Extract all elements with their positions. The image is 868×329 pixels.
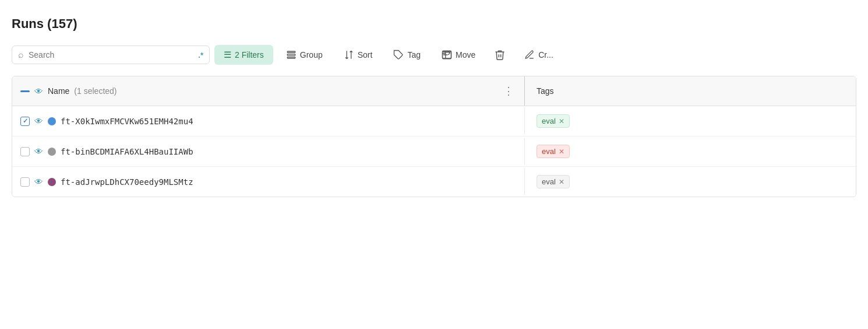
tag-remove-button[interactable]: ✕ (559, 148, 564, 156)
run-status-dot (48, 117, 56, 125)
search-box[interactable]: ⌕ .* (12, 46, 210, 64)
page-title: Runs (157) (12, 16, 856, 32)
sort-button[interactable]: Sort (336, 45, 381, 65)
svg-rect-2 (287, 57, 295, 58)
row-name-cell: 👁 ft-adJrwpLDhCX70eedy9MLSMtz (12, 169, 525, 195)
tag-icon (393, 50, 404, 60)
row-visibility-icon[interactable]: 👁 (34, 146, 43, 156)
row-tags-cell: eval ✕ (525, 106, 856, 136)
row-name-cell: 👁 ft-binBCDMIAFA6XL4HBauIIAWb (12, 138, 525, 164)
create-button[interactable]: Cr... (516, 45, 562, 65)
delete-button[interactable] (488, 44, 511, 65)
tag-remove-button[interactable]: ✕ (559, 117, 564, 125)
run-status-dot (48, 178, 56, 186)
tag-button[interactable]: Tag (385, 45, 429, 65)
page-container: Runs (157) ⌕ .* ☰ 2 Filters Group Sort (0, 0, 868, 329)
run-name[interactable]: ft-X0kIwmxFMCVKw651EMH42mu4 (61, 117, 193, 126)
sort-icon (344, 50, 354, 60)
tag-badge: eval ✕ (537, 114, 570, 128)
row-name-cell: 👁 ft-X0kIwmxFMCVKw651EMH42mu4 (12, 108, 525, 134)
tag-badge: eval ✕ (537, 145, 570, 158)
row-checkbox[interactable] (20, 147, 30, 156)
row-visibility-icon[interactable]: 👁 (34, 177, 43, 187)
filter-icon: ☰ (224, 50, 231, 60)
delete-icon (494, 49, 506, 61)
move-icon (442, 50, 452, 60)
search-input[interactable] (29, 50, 193, 60)
tag-badge: eval ✕ (537, 175, 570, 188)
runs-table: 👁 Name (1 selected) ⋮ Tags 👁 ft-X0kIwmxF… (12, 76, 856, 197)
toolbar: ⌕ .* ☰ 2 Filters Group Sort (12, 44, 856, 65)
tags-column-header: Tags (525, 79, 856, 103)
table-row: 👁 ft-X0kIwmxFMCVKw651EMH42mu4 eval ✕ (12, 106, 856, 136)
table-row: 👁 ft-adJrwpLDhCX70eedy9MLSMtz eval ✕ (12, 167, 856, 197)
filter-button[interactable]: ☰ 2 Filters (214, 45, 273, 65)
run-name[interactable]: ft-binBCDMIAFA6XL4HBauIIAWb (61, 147, 193, 156)
row-checkbox[interactable] (20, 117, 30, 126)
svg-rect-1 (287, 54, 295, 55)
tag-remove-button[interactable]: ✕ (559, 178, 564, 186)
row-visibility-icon[interactable]: 👁 (34, 116, 43, 126)
run-status-dot (48, 148, 56, 156)
regex-button[interactable]: .* (198, 51, 203, 60)
row-tags-cell: eval ✕ (525, 167, 856, 197)
visibility-icon[interactable]: 👁 (34, 86, 43, 96)
table-row: 👁 ft-binBCDMIAFA6XL4HBauIIAWb eval ✕ (12, 136, 856, 167)
create-icon (524, 50, 535, 60)
table-header: 👁 Name (1 selected) ⋮ Tags (12, 76, 856, 106)
select-all-minus-icon[interactable] (20, 90, 30, 92)
name-column-header: 👁 Name (1 selected) ⋮ (12, 76, 525, 106)
move-button[interactable]: Move (433, 45, 484, 65)
column-options-button[interactable]: ⋮ (501, 83, 516, 99)
svg-rect-0 (287, 51, 295, 52)
row-tags-cell: eval ✕ (525, 136, 856, 166)
search-icon: ⌕ (18, 50, 24, 60)
row-checkbox[interactable] (20, 177, 30, 187)
run-name[interactable]: ft-adJrwpLDhCX70eedy9MLSMtz (61, 177, 193, 187)
group-button[interactable]: Group (278, 45, 331, 65)
group-icon (286, 50, 297, 60)
